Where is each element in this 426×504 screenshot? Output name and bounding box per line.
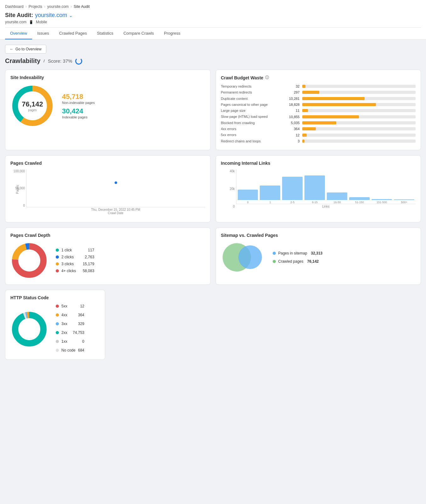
tab-issues[interactable]: Issues bbox=[32, 28, 54, 39]
sitemap-legend-value: 32,313 bbox=[311, 251, 323, 255]
crawlability-title: Crawlability bbox=[5, 57, 40, 65]
score-text: Score: 37% bbox=[48, 58, 72, 64]
http-label: 5xx bbox=[61, 304, 77, 308]
http-label: 1xx bbox=[61, 339, 80, 344]
budget-row: Pages canonical to other page 18,828 bbox=[221, 102, 416, 107]
budget-bar-fill bbox=[302, 97, 365, 100]
budget-label: Large page size bbox=[221, 108, 284, 113]
score-circle-icon bbox=[75, 58, 82, 65]
crawl-budget-info-icon[interactable]: ⓘ bbox=[265, 75, 269, 80]
http-value: 0 bbox=[82, 339, 84, 344]
budget-bar-fill bbox=[302, 127, 316, 130]
budget-label: 5xx errors bbox=[221, 133, 284, 137]
budget-value: 10,855 bbox=[287, 115, 300, 119]
sitemap-content: Pages in sitemap 32,313 Crawled pages 76… bbox=[221, 242, 416, 273]
venn-diagram bbox=[221, 242, 265, 273]
bar-column: 51-150 bbox=[349, 169, 370, 204]
depth-legend-row: 4+ clicks 58,083 bbox=[56, 269, 94, 273]
crawl-date: Thu, December 15, 2022 10:45 PM Crawl Da… bbox=[26, 208, 205, 215]
back-button-label: Go to Overview bbox=[15, 47, 42, 51]
cards-grid: Site Indexability 76,142 pages bbox=[5, 70, 421, 360]
tab-overview[interactable]: Overview bbox=[5, 28, 32, 39]
pages-crawled-plot bbox=[26, 169, 205, 207]
sitemap-legend-label: Pages in sitemap bbox=[278, 251, 307, 255]
budget-row: Duplicate content 10,281 bbox=[221, 96, 416, 101]
depth-dot bbox=[56, 255, 59, 259]
domain-chevron-icon[interactable]: ⌄ bbox=[69, 13, 73, 18]
tab-statistics[interactable]: Statistics bbox=[92, 28, 118, 39]
sitemap-legend-label: Crawled pages bbox=[278, 259, 304, 264]
http-legend-row: No code 684 bbox=[56, 348, 84, 352]
links-y-0: 0 bbox=[233, 205, 235, 208]
http-value: 329 bbox=[78, 322, 84, 326]
bar-x-label: 6-15 bbox=[312, 201, 318, 204]
back-to-overview-button[interactable]: ← Go to Overview bbox=[5, 45, 46, 54]
bar-column: 6-15 bbox=[304, 169, 325, 204]
http-legend-row: 2xx 74,753 bbox=[56, 330, 84, 335]
sitemap-card: Sitemap vs. Crawled Pages Pages in sitem… bbox=[216, 227, 421, 285]
bar-column: 151-500 bbox=[372, 169, 392, 204]
budget-value: 3 bbox=[287, 139, 300, 143]
budget-row: Temporary redirects 32 bbox=[221, 84, 416, 89]
budget-value: 5,035 bbox=[287, 121, 300, 125]
site-meta: yoursite.com 📱 Mobile bbox=[5, 19, 421, 26]
budget-value: 18,828 bbox=[287, 103, 300, 106]
y-label-100k: 100,000 bbox=[14, 169, 25, 173]
breadcrumb-dashboard[interactable]: Dashboard bbox=[5, 4, 24, 9]
site-indexability-title: Site Indexability bbox=[10, 75, 205, 80]
sitemap-legend: Pages in sitemap 32,313 Crawled pages 76… bbox=[273, 251, 323, 264]
sitemap-legend-row: Crawled pages 76,142 bbox=[273, 259, 323, 264]
sitemap-title: Sitemap vs. Crawled Pages bbox=[221, 233, 416, 238]
budget-bar-fill bbox=[302, 121, 336, 124]
y-label-50k: 50,000 bbox=[15, 186, 25, 190]
budget-bar-fill bbox=[302, 115, 359, 118]
budget-label: Pages canonical to other page bbox=[221, 102, 284, 107]
bar-rect bbox=[372, 199, 392, 200]
http-donut bbox=[10, 310, 48, 348]
back-arrow-icon: ← bbox=[10, 47, 14, 51]
bar-rect bbox=[282, 177, 303, 200]
budget-value: 32 bbox=[287, 84, 300, 88]
http-value: 12 bbox=[80, 304, 84, 308]
crawl-budget-card: Crawl Budget Waste ⓘ Temporary redirects… bbox=[216, 70, 421, 150]
breadcrumb-projects[interactable]: Projects bbox=[29, 4, 42, 9]
budget-label: Blocked from crawling bbox=[221, 121, 284, 125]
site-title-area: Site Audit: yoursite.com ⌄ bbox=[5, 11, 421, 19]
budget-bar-fill bbox=[302, 140, 304, 143]
tab-progress[interactable]: Progress bbox=[159, 28, 185, 39]
svg-point-7 bbox=[15, 315, 43, 343]
score-separator: / bbox=[43, 59, 45, 63]
indexability-content: 76,142 pages 45,718 Non-indexable pages … bbox=[10, 84, 205, 128]
budget-bar-fill bbox=[302, 103, 376, 106]
http-legend-row: 5xx 12 bbox=[56, 304, 84, 308]
budget-value: 11 bbox=[287, 109, 300, 112]
bar-x-label: 500+ bbox=[401, 201, 407, 204]
domain-link[interactable]: yoursite.com bbox=[35, 12, 67, 19]
nav-tabs: Overview Issues Crawled Pages Statistics… bbox=[5, 27, 421, 39]
crawl-depth-card: Pages Crawl Depth 1 click 1 bbox=[5, 227, 211, 285]
internal-links-chart: 0 1 2-5 6-15 16-50 51-150 151-500 500+ bbox=[236, 169, 416, 204]
budget-row: 5xx errors 12 bbox=[221, 133, 416, 137]
budget-label: Slow page (HTML) load speed bbox=[221, 114, 284, 119]
bar-column: 16-50 bbox=[327, 169, 347, 204]
breadcrumb-site[interactable]: yoursite.com bbox=[47, 4, 69, 9]
tab-crawled-pages[interactable]: Crawled Pages bbox=[54, 28, 92, 39]
crawl-budget-title: Crawl Budget Waste ⓘ bbox=[221, 75, 416, 80]
depth-value: 117 bbox=[78, 248, 94, 252]
depth-label: 4+ clicks bbox=[61, 269, 76, 273]
indexability-donut: 76,142 pages bbox=[10, 84, 54, 128]
page-title-area: Crawlability / Score: 37% bbox=[5, 57, 421, 65]
http-label: No code bbox=[61, 348, 76, 352]
http-value: 364 bbox=[78, 313, 84, 317]
donut-center: 76,142 pages bbox=[22, 100, 43, 112]
bar-x-label: 16-50 bbox=[333, 201, 341, 204]
depth-legend: 1 click 117 2 clicks 2,763 3 clicks 15,1… bbox=[56, 248, 94, 273]
budget-bar-bg bbox=[302, 115, 416, 118]
venn-sitemap-circle bbox=[238, 245, 262, 269]
bar-rect bbox=[260, 186, 280, 200]
indexable-stat: 30,424 Indexable pages bbox=[62, 107, 95, 119]
budget-bar-bg bbox=[302, 134, 416, 137]
links-y-20k: 20k bbox=[230, 187, 235, 191]
total-pages-label: pages bbox=[22, 108, 43, 112]
tab-compare-crawls[interactable]: Compare Crawls bbox=[118, 28, 159, 39]
